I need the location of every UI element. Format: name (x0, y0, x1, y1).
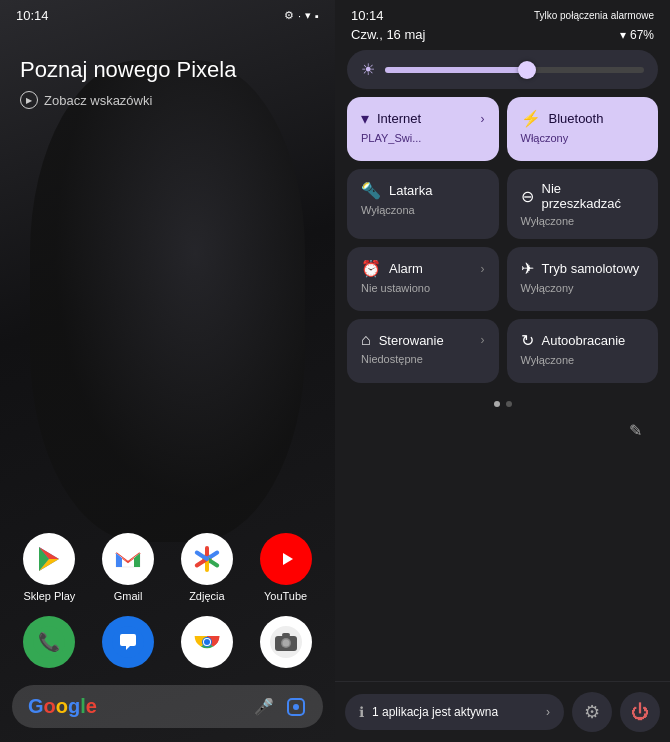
status-icons-left: ⚙ · ▾ ▪ (284, 9, 319, 22)
svg-rect-20 (282, 633, 290, 637)
autorotate-tile-sub: Wyłączone (521, 354, 645, 366)
camera-icon (260, 616, 312, 668)
bluetooth-tile-name: Bluetooth (549, 111, 604, 126)
alarm-only-text: Tylko połączenia alarmowe (534, 10, 654, 21)
svg-point-22 (293, 704, 299, 710)
brightness-icon: ☀ (361, 60, 375, 79)
dnd-qs-icon: ⊖ (521, 187, 534, 206)
qs-tile-sterowanie[interactable]: ⌂ Sterowanie › Niedostępne (347, 319, 499, 383)
phone-icon: 📞 (23, 616, 75, 668)
hero-subtitle[interactable]: ▶ Zobacz wskazówki (20, 91, 315, 109)
dnd-tile-name: Nie przeszkadzać (542, 181, 645, 211)
brightness-fill (385, 67, 527, 73)
quick-settings: ☀ ▾ Internet › PLAY_Swi... (335, 50, 670, 448)
qs-tile-dnd[interactable]: ⊖ Nie przeszkadzać Wyłączone (507, 169, 659, 239)
app-youtube[interactable]: YouTube (253, 533, 318, 602)
brightness-thumb (518, 61, 536, 79)
bluetooth-tile-sub: Włączony (521, 132, 645, 144)
mic-icon[interactable]: 🎤 (253, 696, 275, 718)
zdjecia-label: Zdjęcia (189, 590, 224, 602)
airplane-tile-sub: Wyłączony (521, 282, 645, 294)
quick-settings-panel: 10:14 Tylko połączenia alarmowe Czw., 16… (335, 0, 670, 742)
dot-2 (506, 401, 512, 407)
qs-tile-bluetooth[interactable]: ⚡ Bluetooth Włączony (507, 97, 659, 161)
svg-text:📞: 📞 (38, 631, 61, 653)
hero-section: Poznaj nowego Pixela ▶ Zobacz wskazówki (0, 27, 335, 119)
google-logo: Google (28, 695, 97, 718)
internet-tile-sub: PLAY_Swi... (361, 132, 485, 144)
flashlight-qs-icon: 🔦 (361, 181, 381, 200)
wifi-icon-right: ▾ (620, 28, 626, 42)
wifi-qs-icon: ▾ (361, 109, 369, 128)
qs-tile-internet[interactable]: ▾ Internet › PLAY_Swi... (347, 97, 499, 161)
app-row-1: Sklep Play Gmail (10, 533, 325, 602)
hero-subtitle-text: Zobacz wskazówki (44, 93, 152, 108)
battery-status-icon: ▪ (315, 10, 319, 22)
youtube-label: YouTube (264, 590, 307, 602)
sterowanie-tile-sub: Niedostępne (361, 353, 485, 365)
rotate-qs-icon: ↻ (521, 331, 534, 350)
app-zdjecia[interactable]: Zdjęcia (174, 533, 239, 602)
power-button[interactable]: ⏻ (620, 692, 660, 732)
app-chrome[interactable] (174, 616, 239, 673)
sklep-play-label: Sklep Play (23, 590, 75, 602)
hero-title: Poznaj nowego Pixela (20, 57, 315, 83)
gmail-label: Gmail (114, 590, 143, 602)
bluetooth-qs-icon: ⚡ (521, 109, 541, 128)
alarm-tile-sub: Nie ustawiono (361, 282, 485, 294)
settings-button[interactable]: ⚙ (572, 692, 612, 732)
brightness-slider[interactable]: ☀ (347, 50, 658, 89)
app-messages[interactable] (96, 616, 161, 673)
active-app-pill[interactable]: ℹ 1 aplikacja jest aktywna › (345, 694, 564, 730)
qs-tile-airplane[interactable]: ✈ Tryb samolotowy Wyłączony (507, 247, 659, 311)
active-app-text: 1 aplikacja jest aktywna (372, 705, 538, 719)
settings-icon: ⚙ (584, 701, 600, 723)
latarka-tile-name: Latarka (389, 183, 432, 198)
gmail-icon (102, 533, 154, 585)
qs-tile-autorotate[interactable]: ↻ Autoobracanie Wyłączone (507, 319, 659, 383)
zdjecia-icon (181, 533, 233, 585)
pill-chevron: › (546, 705, 550, 719)
qs-tile-latarka[interactable]: 🔦 Latarka Wyłączona (347, 169, 499, 239)
alarm-chevron: › (481, 262, 485, 276)
sterowanie-chevron: › (481, 333, 485, 347)
brightness-track[interactable] (385, 67, 644, 73)
search-bar[interactable]: Google 🎤 (12, 685, 323, 728)
info-icon: ℹ (359, 704, 364, 720)
app-camera[interactable] (253, 616, 318, 673)
qs-tile-alarm[interactable]: ⏰ Alarm › Nie ustawiono (347, 247, 499, 311)
status-bar-left: 10:14 ⚙ · ▾ ▪ (0, 0, 335, 27)
dnd-tile-sub: Wyłączone (521, 215, 645, 227)
alarm-tile-name: Alarm (389, 261, 423, 276)
chrome-icon (181, 616, 233, 668)
page-dots (347, 391, 658, 413)
power-icon: ⏻ (631, 702, 649, 723)
alarm-qs-icon: ⏰ (361, 259, 381, 278)
status-bar-right: 10:14 Tylko połączenia alarmowe (335, 0, 670, 27)
battery-row: ▾ 67% (620, 28, 654, 42)
date-battery-row: Czw., 16 maj ▾ 67% (335, 27, 670, 50)
airplane-qs-icon: ✈ (521, 259, 534, 278)
svg-point-19 (282, 640, 289, 647)
youtube-icon (260, 533, 312, 585)
battery-pct: 67% (630, 28, 654, 42)
date-text: Czw., 16 maj (351, 27, 425, 42)
dot-1 (494, 401, 500, 407)
edit-icon[interactable]: ✎ (629, 421, 642, 440)
clock-right: 10:14 (351, 8, 384, 23)
app-phone[interactable]: 📞 (17, 616, 82, 673)
app-row-2: 📞 (10, 616, 325, 673)
settings-status-icon: ⚙ (284, 9, 294, 22)
dot-status-icon: · (298, 10, 301, 22)
edit-row: ✎ (347, 421, 658, 448)
status-time-left: 10:14 (16, 8, 49, 23)
bottom-bar: ℹ 1 aplikacja jest aktywna › ⚙ ⏻ (335, 681, 670, 742)
app-sklep-play[interactable]: Sklep Play (17, 533, 82, 602)
messages-icon (102, 616, 154, 668)
latarka-tile-sub: Wyłączona (361, 204, 485, 216)
internet-chevron: › (481, 112, 485, 126)
svg-point-15 (204, 639, 210, 645)
app-gmail[interactable]: Gmail (96, 533, 161, 602)
search-actions: 🎤 (253, 696, 307, 718)
lens-icon[interactable] (285, 696, 307, 718)
